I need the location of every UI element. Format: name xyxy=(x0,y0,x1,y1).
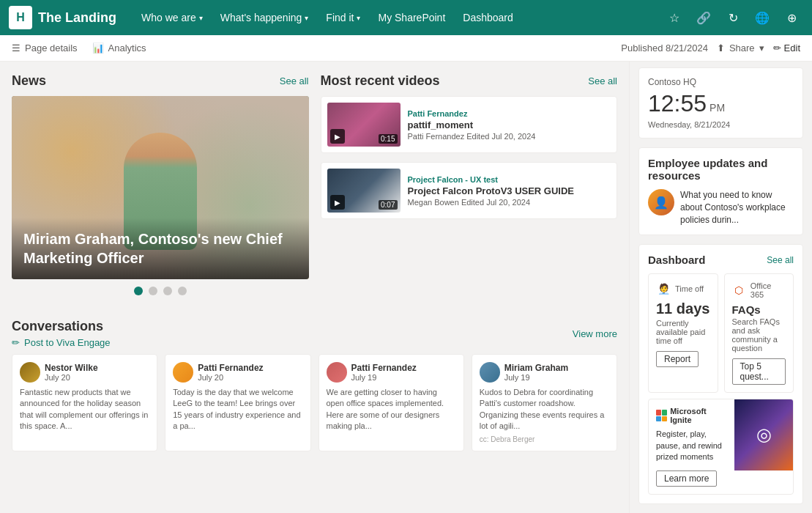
time-off-value: 11 days xyxy=(656,300,710,317)
conversations-section: Conversations ✏ Post to Viva Engage View… xyxy=(12,319,617,451)
office365-card-header: ⬡ Office 365 xyxy=(732,281,786,299)
avatar-nestor-wilke xyxy=(20,362,40,383)
nav-dashboard[interactable]: Dashboard xyxy=(455,7,521,28)
time-off-sub: Currently available paid time off xyxy=(656,319,710,345)
nav-whats-happening[interactable]: What's happening ▾ xyxy=(213,7,316,28)
dashboard-grid: 🧑‍💼 Time off 11 days Currently available… xyxy=(648,273,794,393)
video-card-2[interactable]: ▶ 0:07 Project Falcon - UX test Project … xyxy=(321,162,618,219)
employee-updates-widget: Employee updates and resources 👤 What yo… xyxy=(638,147,803,235)
video-thumbnail-2: ▶ 0:07 xyxy=(327,169,401,213)
link-icon[interactable]: 🔗 xyxy=(692,6,715,29)
time-off-label: Time off xyxy=(675,284,704,293)
dashboard-see-all-link[interactable]: See all xyxy=(767,255,794,265)
conversation-card-3: Patti Fernandez July 19 We are getting c… xyxy=(319,354,464,451)
dashboard-header: Dashboard See all xyxy=(648,254,794,266)
news-hero-card[interactable]: Miriam Graham, Contoso's new Chief Marke… xyxy=(12,96,309,279)
share-icon[interactable]: ⊕ xyxy=(780,6,803,29)
office365-faq-button[interactable]: Top 5 quest... xyxy=(732,358,786,385)
news-see-all-link[interactable]: See all xyxy=(280,75,309,86)
employee-updates-item[interactable]: 👤 What you need to know about Contoso's … xyxy=(648,189,794,226)
content-area: News See all Miriam Graham, Contoso's ne… xyxy=(0,62,629,513)
main-layout: News See all Miriam Graham, Contoso's ne… xyxy=(0,62,812,513)
office365-icon: ⬡ xyxy=(732,283,746,298)
conv-name-2: Patti Fernandez xyxy=(198,363,263,373)
video-info-2: Project Falcon - UX test Project Falcon … xyxy=(408,175,611,207)
news-videos-columns: News See all Miriam Graham, Contoso's ne… xyxy=(12,73,617,307)
microsoft-squares-icon xyxy=(656,410,667,421)
conv-card-header-1: Nestor Wilke July 20 xyxy=(20,362,149,383)
office365-card: ⬡ Office 365 FAQs Search FAQs and ask co… xyxy=(724,273,794,393)
clock-hours: 12:55 xyxy=(648,90,707,117)
analytics-button[interactable]: 📊 Analytics xyxy=(92,43,146,53)
office365-label: Office 365 xyxy=(750,281,786,299)
refresh-icon[interactable]: ↻ xyxy=(721,6,745,29)
avatar-patti-fernandez-2 xyxy=(327,362,347,383)
carousel-dot-3[interactable] xyxy=(163,287,172,295)
dashboard-widget: Dashboard See all 🧑‍💼 Time off 11 days C… xyxy=(638,244,803,503)
page-details-button[interactable]: ☰ Page details xyxy=(12,43,78,53)
carousel-dot-4[interactable] xyxy=(178,287,187,295)
conversation-card-4: Miriam Graham July 19 Kudos to Debra for… xyxy=(472,354,617,451)
video-title-2: Project Falcon ProtoV3 USER GUIDE xyxy=(408,185,611,196)
video-card-1[interactable]: ▶ 0:15 Patti Fernandez pattif_moment Pat… xyxy=(321,96,618,153)
edit-button[interactable]: ✏ Edit xyxy=(773,43,800,53)
avatar-patti-fernandez-1 xyxy=(173,362,193,383)
video-info-1: Patti Fernandez pattif_moment Patti Fern… xyxy=(408,109,611,141)
analytics-icon: 📊 xyxy=(92,43,104,53)
carousel-dot-1[interactable] xyxy=(134,287,143,295)
videos-see-all-link[interactable]: See all xyxy=(588,75,617,86)
employee-updates-title: Employee updates and resources xyxy=(648,157,794,182)
videos-section: Most recent videos See all ▶ 0:15 Patti … xyxy=(321,73,618,307)
video-meta-1: Patti Fernandez Edited Jul 20, 2024 xyxy=(408,132,611,141)
conv-name-1: Nestor Wilke xyxy=(45,363,98,373)
video-duration-2: 0:07 xyxy=(379,200,397,210)
video-tag-1: Patti Fernandez xyxy=(408,109,611,118)
share-icon: ⬆ xyxy=(717,43,725,53)
conv-cc-4: cc: Debra Berger xyxy=(480,435,609,443)
news-title: News xyxy=(12,73,46,89)
clock-widget: Contoso HQ 12:55 PM Wednesday, 8/21/2024 xyxy=(638,67,803,139)
time-off-card: 🧑‍💼 Time off 11 days Currently available… xyxy=(648,273,718,393)
ignite-image: ◎ xyxy=(734,399,793,470)
conversation-cards: Nestor Wilke July 20 Fantastic new produ… xyxy=(12,354,617,451)
employee-updates-icon: 👤 xyxy=(648,189,674,215)
conv-date-1: July 20 xyxy=(45,373,98,382)
dashboard-title: Dashboard xyxy=(648,254,705,266)
globe-icon[interactable]: 🌐 xyxy=(750,6,774,29)
time-off-report-button[interactable]: Report xyxy=(656,351,699,367)
conv-date-4: July 19 xyxy=(504,373,568,382)
page-details-icon: ☰ xyxy=(12,43,21,53)
post-to-viva-button[interactable]: ✏ Post to Viva Engage xyxy=(12,337,111,348)
clock-time: 12:55 PM xyxy=(648,90,794,117)
video-title-1: pattif_moment xyxy=(408,119,611,130)
sidebar: Contoso HQ 12:55 PM Wednesday, 8/21/2024… xyxy=(629,62,812,513)
conv-text-2: Today is the day that we welcome LeeG to… xyxy=(173,387,302,432)
nav-items: Who we are ▾ What's happening ▾ Find it … xyxy=(134,7,657,28)
chevron-down-icon: ▾ xyxy=(357,14,360,22)
nav-who-we-are[interactable]: Who we are ▾ xyxy=(134,7,210,28)
video-thumbnail-1: ▶ 0:15 xyxy=(327,103,401,147)
conv-text-4: Kudos to Debra for coordinating Patti's … xyxy=(480,387,609,432)
star-icon[interactable]: ☆ xyxy=(663,6,686,29)
avatar-miriam-graham xyxy=(480,362,500,383)
ignite-learn-more-button[interactable]: Learn more xyxy=(656,470,717,487)
share-button[interactable]: ⬆ Share ▾ xyxy=(717,43,764,53)
ignite-image-content: ◎ xyxy=(756,424,772,445)
carousel-dot-2[interactable] xyxy=(149,287,157,295)
time-off-card-header: 🧑‍💼 Time off xyxy=(656,281,710,296)
viva-engage-icon: ✏ xyxy=(12,337,20,348)
conv-text-3: We are getting closer to having open off… xyxy=(327,387,456,432)
nav-find-it[interactable]: Find it ▾ xyxy=(319,7,368,28)
conversation-card-2: Patti Fernandez July 20 Today is the day… xyxy=(165,354,310,451)
conversations-header: Conversations ✏ Post to Viva Engage View… xyxy=(12,319,617,348)
ignite-brand: Microsoft Ignite xyxy=(670,407,727,424)
microsoft-logo: Microsoft Ignite xyxy=(656,407,727,424)
clock-ampm: PM xyxy=(709,102,725,114)
app-logo: H xyxy=(9,6,32,29)
view-more-link[interactable]: View more xyxy=(573,328,617,339)
nav-my-sharepoint[interactable]: My SharePoint xyxy=(370,7,452,28)
toolbar: ☰ Page details 📊 Analytics Published 8/2… xyxy=(0,35,812,62)
video-meta-2: Megan Bowen Edited Jul 20, 2024 xyxy=(408,198,611,207)
news-section: News See all Miriam Graham, Contoso's ne… xyxy=(12,73,309,307)
conv-card-header-4: Miriam Graham July 19 xyxy=(480,362,609,383)
